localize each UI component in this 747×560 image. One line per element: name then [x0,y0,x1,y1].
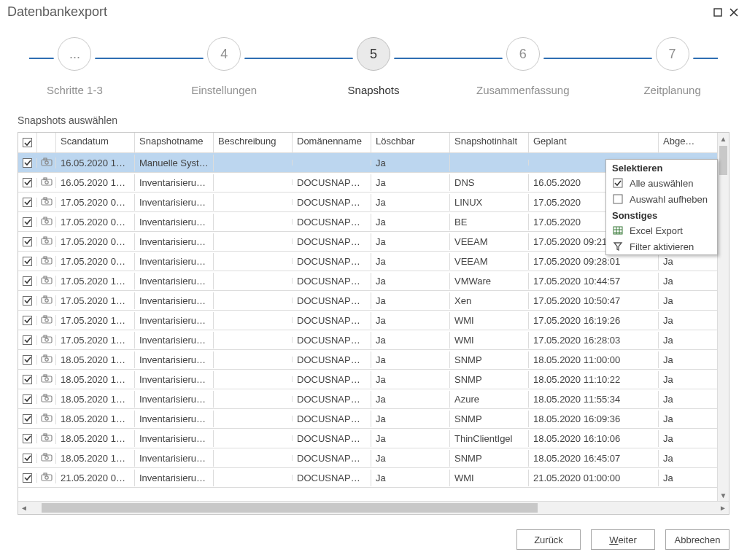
svg-rect-12 [44,217,47,219]
cancel-button[interactable]: Abbrechen [665,529,729,550]
cell-loeschbar: Ja [371,411,450,427]
menu-header-other: Sonstiges [606,207,717,222]
wizard-step-3[interactable]: 5Snapshots [302,37,445,96]
column-header-geplant[interactable]: Geplant [529,133,659,152]
column-header-check[interactable] [18,133,37,152]
column-header-snapshotinhalt[interactable]: Snapshotinhalt [450,133,529,152]
wizard-step-2[interactable]: 4Einstellungen [152,37,295,96]
menu-select-all[interactable]: Alle auswählen [606,175,717,191]
menu-activate-filter[interactable]: Filter aktivieren [606,238,717,254]
table-row[interactable]: 18.05.2020 16:...Inventarisierun...DOCUS… [18,409,729,429]
row-checkbox[interactable] [23,296,32,306]
row-checkbox[interactable] [23,158,32,168]
svg-point-23 [44,298,47,301]
row-checkbox[interactable] [23,237,32,246]
table-row[interactable]: 18.05.2020 16:...Inventarisierun...DOCUS… [18,429,729,448]
cell-snapshotinhalt: ThinClientIgel [450,430,529,447]
wizard-step-5[interactable]: 7Zeitplanung [601,37,744,96]
scroll-up-arrow-icon[interactable]: ▲ [718,133,729,144]
horizontal-scrollbar[interactable]: ◄ ► [18,501,729,514]
cell-loeschbar: Ja [371,253,450,270]
cell-scandatum: 18.05.2020 11:... [56,371,135,388]
wizard-step-4[interactable]: 6Zusammenfassung [452,37,595,96]
wizard-step-1[interactable]: ...Schritte 1-3 [3,37,146,96]
camera-icon [41,315,53,326]
table-row[interactable]: 21.05.2020 01:...Inventarisierun...DOCUS… [18,468,729,488]
cell-loeschbar: Ja [371,371,450,388]
cell-scandatum: 16.05.2020 16:... [56,174,135,191]
cell-domaenenname: DOCUSNAPSP... [293,253,371,270]
grid-context-menu[interactable]: Selektieren Alle auswählen Auswahl aufhe… [605,159,718,255]
column-header-domaenenname[interactable]: Domänenname [293,133,371,152]
svg-point-44 [44,436,47,439]
table-row[interactable]: 18.05.2020 11:...Inventarisierun...DOCUS… [18,389,729,409]
table-row[interactable]: 17.05.2020 10:...Inventarisierun...DOCUS… [18,291,729,311]
table-row[interactable]: 18.05.2020 11:...Inventarisierun...DOCUS… [18,350,729,370]
cell-domaenenname [293,160,371,166]
svg-point-32 [44,357,47,360]
cell-domaenenname: DOCUSNAPSP... [293,194,371,211]
svg-rect-39 [44,394,47,397]
row-checkbox[interactable] [23,178,32,187]
svg-point-11 [44,219,47,222]
select-all-checkbox[interactable] [23,138,32,147]
close-icon[interactable] [728,7,740,18]
svg-rect-3 [44,158,47,160]
column-header-loeschbar[interactable]: Löschbar [371,133,450,152]
row-checkbox[interactable] [23,316,32,325]
column-header-beschreibung[interactable]: Beschreibung [214,133,293,152]
svg-rect-53 [614,195,622,203]
table-row[interactable]: 17.05.2020 16:...Inventarisierun...DOCUS… [18,330,729,350]
table-row[interactable]: 17.05.2020 10:...Inventarisierun...DOCUS… [18,271,729,291]
cell-loeschbar: Ja [371,450,450,467]
cell-scandatum: 17.05.2020 10:... [56,292,135,309]
cell-scandatum: 18.05.2020 11:... [56,391,135,408]
scroll-right-arrow-icon[interactable]: ► [717,504,729,512]
vertical-scrollbar[interactable]: ▲ ▼ [717,133,729,501]
row-checkbox[interactable] [23,198,32,207]
cell-beschreibung [214,376,293,382]
menu-header-select: Selektieren [606,160,717,175]
vertical-scroll-thumb[interactable] [719,146,727,175]
cell-domaenenname: DOCUSNAPSP... [293,312,371,329]
camera-icon [41,295,53,306]
menu-deselect-all[interactable]: Auswahl aufheben [606,191,717,207]
column-header-snapshotname[interactable]: Snapshotname [135,133,214,152]
cell-geplant: 18.05.2020 11:10:22 [529,371,659,388]
row-checkbox[interactable] [23,276,32,286]
row-checkbox[interactable] [23,335,32,345]
checkbox-empty-icon [612,193,624,205]
row-checkbox[interactable] [23,355,32,365]
cell-domaenenname: DOCUSNAPSP... [293,351,371,368]
next-button[interactable]: Weiter [591,529,655,550]
column-header-icon[interactable] [37,133,56,152]
menu-deselect-all-label: Auswahl aufheben [630,194,708,205]
back-button[interactable]: Zurück [516,529,581,550]
cell-scandatum: 17.05.2020 10:... [56,273,135,289]
row-checkbox[interactable] [23,257,32,266]
menu-excel-export[interactable]: Excel Export [606,222,717,238]
cell-geplant: 18.05.2020 16:10:06 [529,430,659,447]
table-row[interactable]: 18.05.2020 16:...Inventarisierun...DOCUS… [18,448,729,468]
cell-geplant: 17.05.2020 16:28:03 [529,332,659,349]
cell-beschreibung [214,317,293,323]
row-checkbox[interactable] [23,473,32,483]
svg-point-47 [44,456,47,459]
horizontal-scroll-thumb[interactable] [42,503,538,513]
row-checkbox[interactable] [23,375,32,384]
maximize-icon[interactable] [712,7,724,18]
row-checkbox[interactable] [23,414,32,424]
table-row[interactable]: 18.05.2020 11:...Inventarisierun...DOCUS… [18,370,729,389]
scroll-left-arrow-icon[interactable]: ◄ [18,504,30,512]
row-checkbox[interactable] [23,394,32,404]
svg-point-41 [44,416,47,419]
row-checkbox[interactable] [23,217,32,227]
scroll-down-arrow-icon[interactable]: ▼ [718,489,729,501]
cell-domaenenname: DOCUSNAPSP... [293,430,371,447]
row-checkbox[interactable] [23,434,32,443]
row-checkbox[interactable] [23,454,32,463]
column-header-scandatum[interactable]: Scandatum [56,133,135,152]
cell-geplant: 18.05.2020 16:45:07 [529,450,659,467]
table-row[interactable]: 17.05.2020 16:...Inventarisierun...DOCUS… [18,311,729,330]
camera-icon [41,256,53,267]
